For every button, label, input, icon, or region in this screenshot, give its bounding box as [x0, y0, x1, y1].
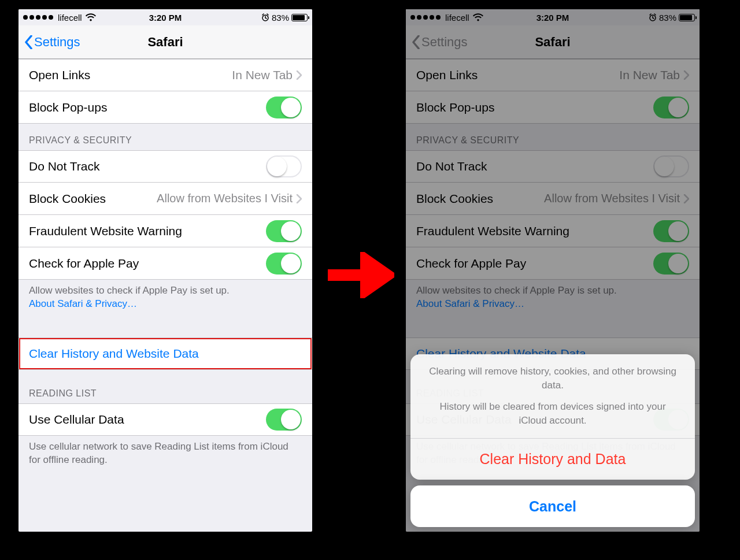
nav-bar: Settings Safari — [406, 25, 700, 59]
do-not-track-label: Do Not Track — [29, 160, 266, 173]
privacy-header: PRIVACY & SECURITY — [18, 124, 312, 150]
do-not-track-toggle[interactable] — [266, 155, 302, 177]
use-cellular-label: Use Cellular Data — [29, 413, 266, 427]
fraud-warning-cell: Fraudulent Website Warning — [406, 215, 700, 247]
chevron-right-icon — [296, 71, 302, 80]
privacy-header: PRIVACY & SECURITY — [406, 124, 700, 150]
privacy-footer: Allow websites to check if Apple Pay is … — [406, 280, 700, 320]
action-sheet-message: Clearing will remove history, cookies, a… — [410, 354, 695, 438]
clock-label: 3:20 PM — [18, 13, 312, 23]
status-bar: lifecell 3:20 PM 83% — [18, 9, 312, 25]
screenshot-before: lifecell 3:20 PM 83% Settings Safari — [18, 9, 312, 532]
reading-list-header: READING LIST — [18, 370, 312, 403]
fraud-warning-toggle[interactable] — [266, 220, 302, 242]
block-popups-cell: Block Pop-ups — [18, 91, 312, 124]
battery-icon — [291, 14, 308, 21]
svg-rect-1 — [328, 269, 369, 281]
chevron-right-icon — [296, 194, 302, 203]
fraud-warning-label: Fraudulent Website Warning — [29, 224, 266, 238]
battery-icon — [679, 14, 695, 21]
fraud-warning-cell: Fraudulent Website Warning — [18, 215, 312, 247]
privacy-footer: Allow websites to check if Apple Pay is … — [18, 280, 312, 320]
do-not-track-cell: Do Not Track — [18, 150, 312, 183]
screenshot-after: lifecell 3:20 PM 83% Settings Safari — [406, 9, 700, 532]
reading-list-footer: Use cellular network to save Reading Lis… — [18, 436, 312, 476]
clear-history-button[interactable]: Clear History and Website Data — [18, 338, 312, 370]
block-cookies-value: Allow from Websites I Visit — [157, 192, 293, 205]
arrow-right-icon — [325, 252, 394, 298]
open-links-cell[interactable]: Open Links In New Tab — [406, 59, 700, 91]
action-sheet: Clearing will remove history, cookies, a… — [410, 354, 695, 527]
chevron-right-icon — [683, 71, 689, 80]
block-cookies-cell[interactable]: Block Cookies Allow from Websites I Visi… — [406, 183, 700, 215]
open-links-cell[interactable]: Open Links In New Tab — [18, 59, 312, 91]
apple-pay-cell: Check for Apple Pay — [18, 247, 312, 280]
use-cellular-cell: Use Cellular Data — [18, 403, 312, 436]
chevron-right-icon — [683, 194, 689, 203]
do-not-track-toggle[interactable] — [653, 155, 689, 177]
status-bar: lifecell 3:20 PM 83% — [406, 9, 700, 25]
clear-history-confirm-button[interactable]: Clear History and Data — [410, 438, 695, 480]
open-links-label: Open Links — [29, 68, 232, 82]
block-popups-toggle[interactable] — [266, 97, 302, 118]
about-safari-privacy-link[interactable]: About Safari & Privacy… — [29, 298, 137, 309]
use-cellular-toggle[interactable] — [266, 409, 302, 431]
about-safari-privacy-link[interactable]: About Safari & Privacy… — [416, 298, 524, 309]
apple-pay-toggle[interactable] — [653, 253, 689, 275]
apple-pay-toggle[interactable] — [266, 253, 302, 275]
fraud-warning-toggle[interactable] — [653, 220, 689, 242]
open-links-value: In New Tab — [232, 68, 293, 82]
block-cookies-label: Block Cookies — [29, 192, 157, 206]
page-title: Safari — [18, 35, 312, 50]
clock-label: 3:20 PM — [406, 13, 700, 23]
apple-pay-cell: Check for Apple Pay — [406, 247, 700, 280]
do-not-track-cell: Do Not Track — [406, 150, 700, 183]
nav-bar: Settings Safari — [18, 25, 312, 59]
page-title: Safari — [406, 35, 700, 50]
block-cookies-cell[interactable]: Block Cookies Allow from Websites I Visi… — [18, 183, 312, 215]
clear-history-label: Clear History and Website Data — [29, 347, 302, 361]
cancel-button[interactable]: Cancel — [410, 485, 695, 527]
block-popups-cell: Block Pop-ups — [406, 91, 700, 124]
block-popups-label: Block Pop-ups — [29, 101, 266, 114]
apple-pay-label: Check for Apple Pay — [29, 257, 266, 270]
block-popups-toggle[interactable] — [653, 97, 689, 118]
